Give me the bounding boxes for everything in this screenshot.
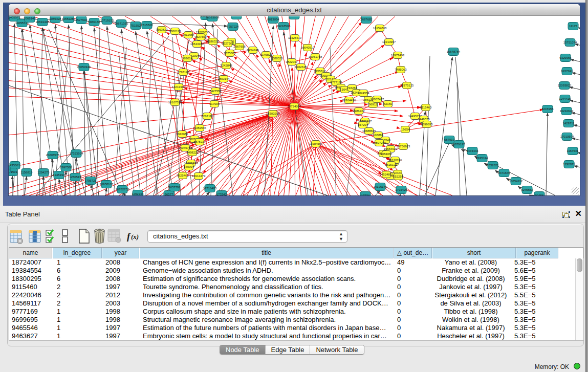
svg-text:18807249: 18807249 <box>373 141 386 144</box>
svg-text:16107553: 16107553 <box>168 101 182 104</box>
svg-text:11353594: 11353594 <box>193 126 207 129</box>
svg-text:252254: 252254 <box>393 175 404 178</box>
svg-text:7625402: 7625402 <box>177 174 189 177</box>
svg-text:16914479: 16914479 <box>192 174 206 178</box>
svg-text:2986322: 2986322 <box>353 110 365 113</box>
svg-text:7632621: 7632621 <box>487 164 499 167</box>
svg-text:8471676: 8471676 <box>498 171 510 174</box>
svg-text:9245652: 9245652 <box>521 188 533 191</box>
svg-text:1065328: 1065328 <box>49 17 61 20</box>
svg-text:192185: 192185 <box>289 16 300 17</box>
svg-text:8860123: 8860123 <box>169 30 181 33</box>
svg-text:1250513: 1250513 <box>69 176 81 179</box>
svg-text:9084067: 9084067 <box>380 152 393 156</box>
svg-text:(x): (x) <box>131 233 139 240</box>
svg-text:16648784: 16648784 <box>447 50 461 53</box>
svg-text:12093822: 12093822 <box>558 84 572 87</box>
svg-text:96912: 96912 <box>369 103 378 106</box>
svg-text:10719155: 10719155 <box>100 19 114 22</box>
svg-text:16033809: 16033809 <box>206 16 220 19</box>
svg-text:1244415: 1244415 <box>559 97 571 100</box>
svg-text:1449575: 1449575 <box>418 118 430 121</box>
svg-text:8878334: 8878334 <box>193 140 206 143</box>
svg-text:10973493: 10973493 <box>391 54 405 57</box>
svg-text:10654112: 10654112 <box>509 180 523 183</box>
svg-text:1588520: 1588520 <box>271 57 283 60</box>
svg-text:19384554: 19384554 <box>309 142 323 145</box>
svg-text:1167531: 1167531 <box>567 149 579 152</box>
svg-text:19654: 19654 <box>401 128 410 131</box>
svg-text:7663822: 7663822 <box>156 28 168 31</box>
svg-text:92456: 92456 <box>535 194 544 195</box>
svg-text:1824554: 1824554 <box>357 92 369 95</box>
svg-text:2687682: 2687682 <box>360 18 373 21</box>
svg-text:106886: 106886 <box>373 134 384 137</box>
svg-text:1916682: 1916682 <box>176 133 188 136</box>
svg-text:751552: 751552 <box>130 24 141 27</box>
svg-text:8215955: 8215955 <box>541 107 554 111</box>
svg-text:1156819: 1156819 <box>21 171 33 174</box>
svg-text:1429711: 1429711 <box>563 122 575 125</box>
svg-text:2718126: 2718126 <box>177 71 189 74</box>
svg-text:10653287: 10653287 <box>62 17 76 20</box>
svg-text:2935114: 2935114 <box>476 157 489 160</box>
svg-text:1362615: 1362615 <box>295 65 307 69</box>
svg-text:17010504: 17010504 <box>560 135 574 138</box>
svg-text:16961758: 16961758 <box>309 55 322 58</box>
svg-text:10958107: 10958107 <box>100 183 114 186</box>
svg-text:7485063: 7485063 <box>395 68 407 71</box>
svg-text:9777169: 9777169 <box>330 81 342 84</box>
svg-text:96577: 96577 <box>165 193 173 195</box>
svg-text:9527500: 9527500 <box>194 35 207 38</box>
svg-text:1292344: 1292344 <box>132 192 144 195</box>
svg-text:19756923: 19756923 <box>397 145 410 148</box>
svg-text:16640910: 16640910 <box>301 46 315 49</box>
svg-text:173342: 173342 <box>216 193 227 195</box>
svg-text:12213967: 12213967 <box>382 40 396 43</box>
svg-text:10671355: 10671355 <box>115 22 128 25</box>
svg-text:2069140: 2069140 <box>24 17 36 20</box>
svg-text:1733426: 1733426 <box>395 188 407 191</box>
svg-text:12975125: 12975125 <box>400 84 414 87</box>
svg-text:3912954: 3912954 <box>182 33 194 36</box>
svg-text:62160: 62160 <box>384 102 393 105</box>
svg-text:1527602: 1527602 <box>75 18 88 21</box>
svg-text:1405572: 1405572 <box>9 16 20 19</box>
svg-text:14524851: 14524851 <box>380 173 394 176</box>
svg-text:687919: 687919 <box>444 138 455 141</box>
svg-text:8454749: 8454749 <box>247 49 259 52</box>
svg-text:9227341: 9227341 <box>561 70 573 73</box>
svg-text:1615132: 1615132 <box>385 163 397 166</box>
svg-text:140994: 140994 <box>184 165 194 168</box>
svg-text:1345194: 1345194 <box>53 173 65 177</box>
svg-text:18724007: 18724007 <box>288 105 301 108</box>
svg-text:6879197: 6879197 <box>453 143 465 146</box>
svg-text:9329966: 9329966 <box>559 56 572 59</box>
svg-text:157204: 157204 <box>358 123 368 126</box>
svg-text:2997588: 2997588 <box>60 166 72 169</box>
svg-text:14136141: 14136141 <box>374 185 387 188</box>
svg-text:9699695: 9699695 <box>421 123 433 126</box>
svg-text:3498222: 3498222 <box>186 151 199 154</box>
svg-text:317006: 317006 <box>209 102 220 105</box>
svg-text:17353924: 17353924 <box>70 152 83 155</box>
svg-text:8427552: 8427552 <box>209 90 222 93</box>
svg-text:9146821: 9146821 <box>260 53 272 56</box>
svg-text:12213383: 12213383 <box>172 85 186 89</box>
svg-text:8267110: 8267110 <box>202 115 214 118</box>
svg-text:7357224: 7357224 <box>227 25 239 28</box>
svg-text:10807487: 10807487 <box>371 98 384 101</box>
svg-text:15751074: 15751074 <box>563 41 577 44</box>
svg-text:13716485: 13716485 <box>203 187 217 190</box>
svg-text:3822037: 3822037 <box>286 60 298 63</box>
svg-text:19218506: 19218506 <box>277 25 291 28</box>
svg-text:18300295: 18300295 <box>266 112 280 115</box>
svg-text:2803144: 2803144 <box>217 77 230 80</box>
svg-text:9657791: 9657791 <box>168 186 181 189</box>
svg-text:17334: 17334 <box>361 194 370 195</box>
svg-text:16782759: 16782759 <box>116 188 129 191</box>
svg-text:3875685: 3875685 <box>224 52 236 55</box>
svg-text:9474444: 9474444 <box>466 149 478 152</box>
svg-text:10688609: 10688609 <box>362 129 376 133</box>
svg-text:16154808: 16154808 <box>373 27 387 30</box>
